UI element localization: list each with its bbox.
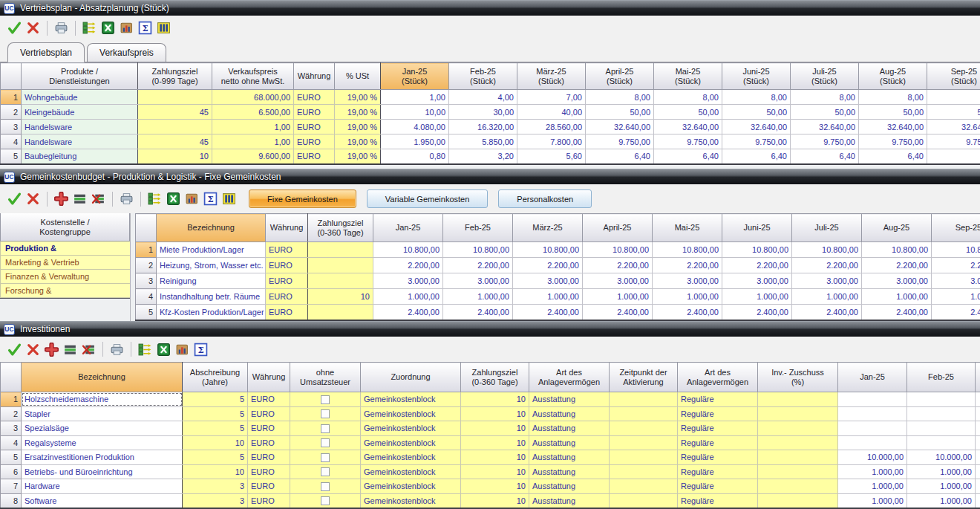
sidebar-item-marketing-vertrieb[interactable]: Marketing & Vertrieb [0, 256, 130, 270]
grid-cell[interactable]: 10.800,00 [583, 242, 653, 258]
grid-cell[interactable]: 50,00 [791, 105, 859, 120]
row-header[interactable]: 5 [1, 450, 22, 465]
grid-cell[interactable]: 2.200,00 [443, 258, 513, 273]
grid-cell[interactable]: EURO [266, 242, 308, 258]
grid-cell[interactable]: 6,40 [859, 149, 927, 164]
grid-cell[interactable]: 50,00 [927, 105, 980, 120]
grid-cell[interactable]: 2.200,00 [373, 258, 443, 273]
column-header[interactable]: ohne Umsatzsteuer [290, 363, 361, 392]
cancel-icon[interactable] [26, 343, 40, 357]
grid-cell[interactable]: 45 [138, 134, 212, 149]
grid-cell[interactable] [610, 392, 678, 407]
grid-cell[interactable]: Stapler [22, 406, 183, 421]
grid-cell[interactable]: 50,00 [859, 105, 927, 120]
column-header[interactable]: März-25 (Stück) [517, 63, 586, 90]
grid-cell[interactable]: 2.400,00 [653, 305, 722, 320]
grid-cell[interactable]: Ausstattung [529, 421, 610, 436]
column-header[interactable]: Feb-25 [907, 363, 976, 392]
grid-cell[interactable]: EURO [248, 421, 290, 436]
grid-cell[interactable]: 3.000,00 [443, 273, 513, 289]
grid-cell[interactable]: 3.000,00 [722, 273, 792, 289]
row-header[interactable]: 8 [1, 493, 22, 508]
grid-cell[interactable]: Reguläre [678, 450, 758, 465]
grid-cell[interactable]: 10 [461, 493, 529, 508]
grid-cell[interactable]: 5 [183, 406, 248, 421]
tab-verkaufspreis[interactable]: Verkaufspreis [87, 43, 166, 62]
checkbox-unchecked[interactable] [321, 395, 330, 404]
checkbox-unchecked[interactable] [321, 496, 330, 505]
grid-cell[interactable]: 19,00 % [335, 120, 381, 134]
checkbox-unchecked[interactable] [321, 467, 330, 476]
column-header[interactable]: Feb-25 (Stück) [449, 63, 517, 90]
grid-cell[interactable]: EURO [266, 305, 308, 320]
grid-cell[interactable]: Spezialsäge [22, 421, 183, 436]
grid-cell[interactable]: 3.000,00 [792, 273, 862, 289]
grid-cell[interactable]: 1.000,00 [838, 479, 907, 494]
grid-cell[interactable]: Ausstattung [529, 450, 610, 465]
grid-cell[interactable]: 8,00 [859, 90, 927, 105]
checkbox-unchecked[interactable] [321, 482, 330, 491]
grid-cell[interactable]: Gemeinkostenblock [361, 421, 461, 436]
column-header[interactable]: Bezeichnung [22, 363, 183, 392]
grid-cell[interactable]: 45 [138, 105, 212, 120]
button-fixe-gemeinkosten[interactable]: Fixe Gemeinkosten [249, 189, 356, 208]
column-header[interactable]: Art des Anlagevermögen [529, 363, 610, 392]
grid-cell[interactable] [976, 435, 980, 450]
grid-cell[interactable] [907, 435, 976, 450]
grid-cell[interactable]: 1,00 [212, 120, 294, 134]
grid-cell[interactable] [308, 258, 373, 273]
column-header[interactable]: Juni-25 [722, 214, 792, 242]
confirm-icon[interactable] [7, 343, 22, 357]
grid-cell[interactable]: 1.000,00 [838, 493, 907, 508]
grid-cell[interactable] [976, 406, 980, 421]
chart-icon[interactable] [120, 21, 134, 35]
grid-cell[interactable]: 3,20 [449, 149, 517, 164]
titlebar[interactable]: UC Investitionen [0, 321, 980, 337]
grid-cell[interactable]: 1.000,00 [653, 289, 722, 305]
grid-cell[interactable]: 3.000,00 [932, 273, 980, 289]
grid-cell[interactable]: Reinigung [157, 273, 266, 289]
grid-cell[interactable]: 10 [138, 149, 212, 164]
cancel-icon[interactable] [26, 192, 40, 206]
grid-cell[interactable]: 2.400,00 [373, 305, 443, 320]
grid-cell[interactable]: 5 [183, 392, 248, 407]
grid-cell[interactable] [290, 392, 361, 407]
grid-cell[interactable] [838, 406, 907, 421]
sidebar-item-forschung[interactable]: Forschung & [0, 284, 130, 298]
grid-cell[interactable]: 10 [183, 435, 248, 450]
grid-cell[interactable] [610, 450, 678, 465]
grid-cell[interactable]: EURO [248, 479, 290, 494]
grid-cell[interactable]: EURO [248, 464, 290, 479]
checkbox-unchecked[interactable] [321, 438, 330, 447]
row-header[interactable]: 7 [1, 479, 22, 494]
add-icon[interactable] [45, 343, 59, 357]
grid-cell[interactable]: Reguläre [678, 479, 758, 494]
rows-icon[interactable] [63, 343, 77, 357]
grid-cell[interactable]: 4.080,00 [381, 120, 449, 134]
hierarchy-icon[interactable] [148, 192, 162, 206]
grid-cell[interactable]: 10.800,00 [792, 242, 862, 258]
grid-cell[interactable]: 9.750,00 [586, 134, 654, 149]
grid-cell[interactable]: 19,00 % [335, 134, 381, 149]
grid-cell[interactable]: 5 [183, 421, 248, 436]
grid-cell[interactable]: Gemeinkostenblock [361, 493, 461, 508]
grid-cell[interactable]: 9.750,00 [654, 134, 722, 149]
grid-cell[interactable]: 10 [461, 435, 529, 450]
row-header[interactable]: 4 [1, 134, 22, 149]
grid-cell[interactable] [838, 421, 907, 436]
grid-cell[interactable]: 10 [308, 289, 373, 305]
column-header[interactable]: Währung [248, 363, 290, 392]
grid-cell[interactable]: 2.400,00 [513, 305, 583, 320]
grid-cell[interactable]: 50,00 [654, 105, 722, 120]
grid-cell[interactable]: Ausstattung [529, 464, 610, 479]
grid-cell[interactable]: Gemeinkostenblock [361, 435, 461, 450]
grid-cell[interactable] [138, 90, 212, 105]
grid-cell[interactable]: 1.000,00 [583, 289, 653, 305]
button-variable-gemeinkosten[interactable]: Variable Gemeinkosten [367, 189, 489, 208]
column-header[interactable]: Juli-25 (Stück) [791, 63, 859, 90]
sum-icon[interactable]: Σ [203, 192, 218, 206]
grid-cell[interactable]: 10.800,00 [513, 242, 583, 258]
grid-cell[interactable]: Betriebs- und Büroeinrichtung [22, 464, 183, 479]
grid-cell[interactable]: EURO [248, 493, 290, 508]
grid-cell[interactable]: 3.000,00 [862, 273, 932, 289]
